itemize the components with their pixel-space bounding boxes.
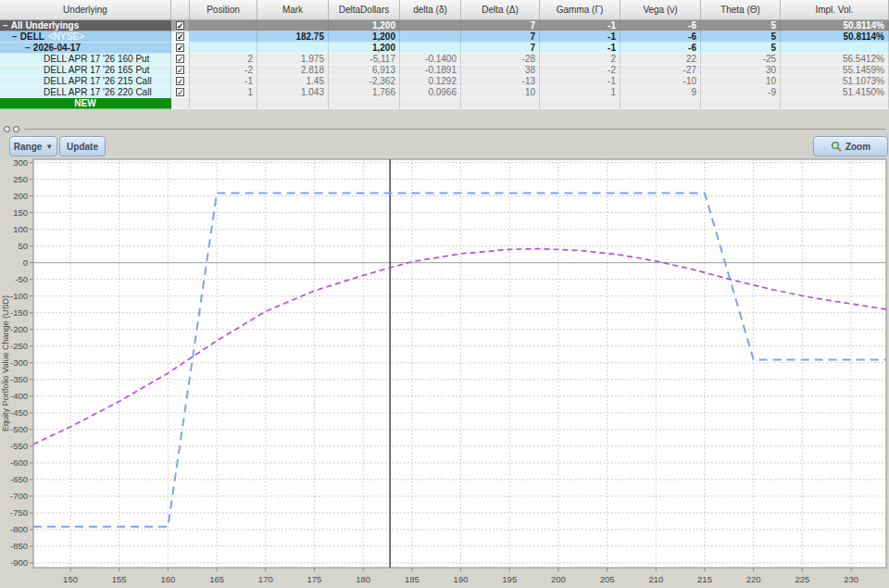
y-tick-label: -650 xyxy=(10,474,28,484)
value-cell xyxy=(400,43,461,54)
value-cell: -10 xyxy=(620,76,701,87)
value-cell xyxy=(190,98,257,109)
y-tick-label: -800 xyxy=(10,524,28,534)
column-header-position[interactable]: Position xyxy=(190,0,257,20)
column-header-vega[interactable]: Vega (ν) xyxy=(620,0,701,20)
x-tick-label: 170 xyxy=(258,574,273,584)
row-checkbox[interactable]: ✓ xyxy=(176,88,184,96)
column-header-delta[interactable]: delta (δ) xyxy=(400,0,461,20)
value-cell: -9 xyxy=(701,87,781,98)
value-cell xyxy=(540,98,620,109)
value-cell: 5 xyxy=(701,31,781,43)
value-cell: 38 xyxy=(461,65,540,76)
value-cell: 10 xyxy=(701,76,781,87)
underlying-cell: −All Underlyings xyxy=(0,20,171,31)
row-checkbox[interactable]: ✓ xyxy=(176,77,184,85)
chart-toolbar: Range ▼ Update Zoom xyxy=(0,133,889,156)
value-cell: 7 xyxy=(461,31,540,43)
underlying-label: All Underlyings xyxy=(11,20,79,31)
x-tick-label: 180 xyxy=(356,574,370,584)
table-row[interactable]: NEW xyxy=(0,98,889,109)
value-cell: 22 xyxy=(620,54,701,65)
value-cell: 182.75 xyxy=(257,31,329,43)
value-cell xyxy=(781,43,889,54)
y-tick-label: 200 xyxy=(13,191,28,201)
collapse-icon[interactable]: − xyxy=(12,31,18,43)
value-cell: -13 xyxy=(461,76,540,87)
y-tick-label: 0 xyxy=(23,257,28,268)
magnifier-icon xyxy=(831,141,842,152)
row-checkbox[interactable]: ✓ xyxy=(176,21,184,30)
value-cell xyxy=(257,20,329,31)
table-row[interactable]: DELL APR 17 '26 160 Put✓21.975-5,117-0.1… xyxy=(0,54,889,65)
row-checkbox[interactable]: ✓ xyxy=(176,66,184,74)
value-cell: 1,200 xyxy=(329,43,400,54)
value-cell: 50.8114% xyxy=(781,20,889,31)
value-cell: 2 xyxy=(540,54,620,65)
pl-chart[interactable]: 300250200150100500-50-100-150-200-250-30… xyxy=(0,157,889,588)
value-cell xyxy=(701,98,781,109)
range-dropdown-button[interactable]: Range ▼ xyxy=(9,136,57,156)
column-header-impl[interactable]: Impl. Vol. xyxy=(781,0,889,20)
value-cell: -27 xyxy=(620,65,701,76)
value-cell: 7 xyxy=(461,43,540,54)
collapse-icon[interactable]: − xyxy=(25,43,31,54)
table-header-row: UnderlyingPositionMarkDeltaDollarsdelta … xyxy=(0,0,889,20)
column-header-gamma[interactable]: Gamma (Γ) xyxy=(540,0,620,20)
row-checkbox[interactable]: ✓ xyxy=(176,55,184,63)
column-header-mark[interactable]: Mark xyxy=(257,0,329,20)
update-button-label: Update xyxy=(67,142,98,152)
value-cell: 50.8114% xyxy=(781,31,889,43)
value-cell: 0.0966 xyxy=(400,87,461,98)
collapse-icon[interactable]: − xyxy=(3,20,8,31)
table-row[interactable]: −All Underlyings✓1,2007-1-6550.8114% xyxy=(0,20,889,31)
zoom-button[interactable]: Zoom xyxy=(813,136,888,156)
value-cell: 6,913 xyxy=(329,65,400,76)
value-cell: 2.818 xyxy=(257,65,329,76)
column-header-checkbox[interactable] xyxy=(171,0,190,20)
value-cell: 1,766 xyxy=(329,87,400,98)
zoom-button-label: Zoom xyxy=(845,142,870,152)
x-tick-label: 210 xyxy=(648,574,663,584)
value-cell: 10 xyxy=(461,87,540,98)
y-tick-label: 100 xyxy=(13,224,28,234)
underlying-cell: DELL APR 17 '26 165 Put xyxy=(0,65,171,76)
x-tick-label: 155 xyxy=(112,574,127,584)
value-cell xyxy=(400,20,461,31)
value-cell xyxy=(461,98,540,109)
value-cell: -6 xyxy=(620,43,701,54)
row-checkbox[interactable]: ✓ xyxy=(176,32,184,41)
table-row[interactable]: −2026-04-17✓1,2007-1-65 xyxy=(0,43,889,54)
y-tick-label: -500 xyxy=(10,424,28,434)
underlying-label: DELL APR 17 '26 220 Call xyxy=(44,87,152,98)
column-header-deltadollars[interactable]: DeltaDollars xyxy=(329,0,400,20)
column-header-delta[interactable]: Delta (Δ) xyxy=(461,0,540,20)
value-cell: 0.1292 xyxy=(400,76,461,87)
underlying-label: NEW xyxy=(74,98,95,109)
y-tick-label: -250 xyxy=(10,341,28,351)
splitter-collapse-down-icon[interactable] xyxy=(13,126,19,132)
value-cell xyxy=(400,31,461,43)
column-header-theta[interactable]: Theta (Θ) xyxy=(701,0,781,20)
table-row[interactable]: DELL APR 17 '26 220 Call✓11.0431,7660.09… xyxy=(0,87,889,98)
splitter-collapse-up-icon[interactable] xyxy=(4,126,10,132)
checkbox-cell: ✓ xyxy=(171,43,190,54)
value-cell: 1 xyxy=(190,87,257,98)
y-tick-label: -900 xyxy=(10,557,28,568)
x-tick-label: 200 xyxy=(551,574,566,584)
table-row[interactable]: DELL APR 17 '26 215 Call✓-11.45-2,3620.1… xyxy=(0,76,889,87)
column-header-underlying[interactable]: Underlying xyxy=(0,0,171,20)
y-tick-label: 250 xyxy=(13,174,28,184)
value-cell: 9 xyxy=(620,87,701,98)
row-checkbox[interactable]: ✓ xyxy=(176,44,184,52)
table-row[interactable]: −DELL<NYSE>✓182.751,2007-1-6550.8114% xyxy=(0,31,889,43)
value-cell: 1 xyxy=(540,87,620,98)
y-tick-label: -350 xyxy=(10,374,28,384)
x-tick-label: 225 xyxy=(795,574,809,584)
table-body: −All Underlyings✓1,2007-1-6550.8114%−DEL… xyxy=(0,20,889,109)
value-cell xyxy=(190,31,257,43)
plot-area[interactable] xyxy=(33,159,886,568)
table-row[interactable]: DELL APR 17 '26 165 Put✓-22.8186,913-0.1… xyxy=(0,65,889,76)
update-button[interactable]: Update xyxy=(59,136,106,156)
checkbox-cell xyxy=(171,98,190,109)
